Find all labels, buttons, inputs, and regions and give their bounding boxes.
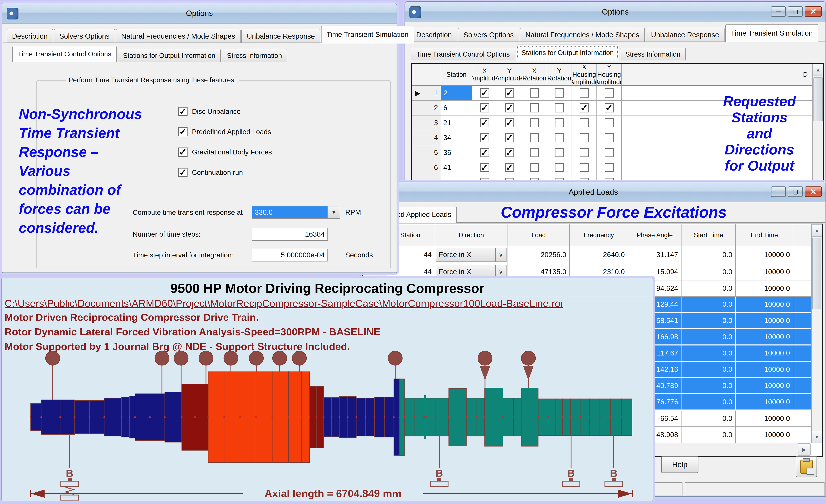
output-checkbox-cell[interactable]	[547, 101, 572, 116]
output-checkbox-cell[interactable]	[522, 130, 547, 145]
start-time-cell[interactable]: 0.0	[682, 345, 736, 362]
output-checkbox[interactable]	[555, 103, 564, 113]
output-checkbox[interactable]	[555, 148, 564, 157]
output-checkbox-cell[interactable]	[597, 130, 622, 145]
output-checkbox-cell[interactable]: ✓	[497, 86, 522, 101]
row-header[interactable]: 4	[412, 130, 441, 145]
tab-unbalance-response[interactable]: Unbalance Response	[646, 27, 724, 42]
output-checkbox[interactable]: ✓	[480, 88, 489, 98]
checkbox-gravitational-body-forces[interactable]: ✓	[178, 147, 187, 156]
start-time-cell[interactable]: 0.0	[682, 313, 736, 329]
output-checkbox[interactable]	[530, 163, 539, 172]
output-checkbox[interactable]: ✓	[505, 133, 514, 142]
output-checkbox-cell[interactable]: ✓	[497, 160, 522, 175]
output-checkbox[interactable]: ✓	[480, 103, 489, 113]
end-time-cell[interactable]: 10000.0	[736, 427, 793, 443]
output-checkbox[interactable]	[580, 118, 589, 127]
frequency-cell[interactable]: 2640.0	[570, 246, 628, 263]
end-time-cell[interactable]: 10000.0	[736, 362, 793, 378]
output-checkbox-cell[interactable]: ✓	[472, 116, 497, 130]
output-checkbox[interactable]	[555, 133, 564, 142]
row-header[interactable]: 2	[412, 101, 441, 116]
output-checkbox[interactable]	[530, 148, 539, 157]
minimize-button[interactable]: ─	[771, 6, 786, 17]
end-time-cell[interactable]: 10000.0	[736, 411, 793, 427]
output-checkbox[interactable]	[555, 88, 564, 98]
direction-dropdown[interactable]: Force in X∨	[436, 248, 507, 262]
subtab-stress-information[interactable]: Stress Information	[222, 49, 288, 62]
output-checkbox[interactable]	[580, 88, 589, 98]
checkbox-disc-unbalance[interactable]: ✓	[178, 107, 187, 116]
station-cell[interactable]: 36	[441, 145, 472, 160]
output-checkbox-cell[interactable]: ✓	[497, 130, 522, 145]
output-checkbox-cell[interactable]	[572, 86, 597, 101]
output-checkbox-cell[interactable]: ✓	[472, 160, 497, 175]
output-checkbox[interactable]	[605, 118, 614, 127]
output-checkbox-cell[interactable]: ✓	[597, 101, 622, 116]
output-checkbox[interactable]	[530, 118, 539, 127]
output-checkbox-cell[interactable]: ✓	[572, 101, 597, 116]
start-time-cell[interactable]: 0.0	[682, 263, 736, 280]
output-checkbox[interactable]: ✓	[505, 163, 514, 172]
output-checkbox[interactable]	[530, 133, 539, 142]
row-header[interactable]: 5	[412, 145, 441, 160]
tab-time-transient-simulation[interactable]: Time Transient Simulation	[725, 24, 818, 42]
output-checkbox-cell[interactable]	[522, 101, 547, 116]
output-checkbox[interactable]: ✓	[605, 103, 614, 113]
output-checkbox-cell[interactable]	[522, 116, 547, 130]
end-time-cell[interactable]: 10000.0	[736, 280, 793, 297]
tab-natural-frequencies-mode-shapes[interactable]: Natural Frequencies / Mode Shapes	[116, 29, 241, 43]
clipboard-icon-button[interactable]	[796, 456, 817, 477]
subtab-time-transient-control-options[interactable]: Time Transient Control Options	[411, 48, 515, 60]
titlebar[interactable]: Applied Loads ─ ▢ ✕	[361, 182, 825, 202]
output-checkbox[interactable]: ✓	[580, 103, 589, 113]
end-time-cell[interactable]: 10000.0	[736, 313, 793, 329]
tab-natural-frequencies-mode-shapes[interactable]: Natural Frequencies / Mode Shapes	[520, 27, 645, 42]
combo-dropdown-button[interactable]: ▼	[328, 206, 340, 219]
tab-solvers-options[interactable]: Solvers Options	[458, 27, 519, 42]
station-cell[interactable]: 6	[441, 101, 472, 116]
output-checkbox[interactable]: ✓	[480, 118, 489, 127]
output-checkbox[interactable]: ✓	[480, 163, 489, 172]
minimize-button[interactable]: ─	[771, 186, 786, 197]
end-time-cell[interactable]: 10000.0	[736, 394, 793, 411]
output-checkbox-cell[interactable]	[522, 145, 547, 160]
titlebar[interactable]: Options ─ ▢ ✕	[405, 2, 825, 22]
subtab-time-transient-control-options[interactable]: Time Transient Control Options	[12, 46, 117, 62]
output-checkbox[interactable]	[605, 163, 614, 172]
output-checkbox[interactable]	[580, 163, 589, 172]
direction-cell[interactable]: Force in X∨	[435, 246, 508, 263]
scroll-right-icon[interactable]: ▶	[798, 443, 811, 455]
output-checkbox-cell[interactable]	[597, 86, 622, 101]
close-button[interactable]: ✕	[805, 6, 822, 17]
output-checkbox[interactable]	[605, 148, 614, 157]
output-checkbox[interactable]	[555, 118, 564, 127]
tab-time-transient-simulation[interactable]: Time Transient Simulation	[321, 25, 414, 44]
dropdown-arrow-icon[interactable]: ∨	[495, 248, 506, 261]
scroll-up-icon[interactable]: ▲	[812, 225, 822, 237]
station-cell[interactable]: 21	[441, 116, 472, 130]
start-time-cell[interactable]: 0.0	[682, 362, 736, 378]
output-checkbox[interactable]	[580, 148, 589, 157]
start-time-cell[interactable]: 0.0	[682, 394, 736, 411]
scroll-up-icon[interactable]: ▲	[813, 64, 823, 76]
start-time-cell[interactable]: 0.0	[682, 280, 736, 297]
start-time-cell[interactable]: 0.0	[682, 297, 736, 313]
station-cell[interactable]: 41	[441, 160, 472, 175]
output-checkbox[interactable]: ✓	[480, 148, 489, 157]
row-header[interactable]: ▶1	[412, 86, 441, 101]
output-checkbox-cell[interactable]	[597, 116, 622, 130]
output-checkbox-cell[interactable]	[547, 86, 572, 101]
output-checkbox-cell[interactable]	[572, 116, 597, 130]
output-checkbox[interactable]	[530, 103, 539, 113]
output-checkbox-cell[interactable]: ✓	[472, 130, 497, 145]
help-button[interactable]: Help	[661, 456, 698, 473]
start-time-cell[interactable]: 0.0	[682, 427, 736, 443]
end-time-cell[interactable]: 10000.0	[736, 378, 793, 394]
tab-description[interactable]: Description	[7, 29, 53, 43]
output-checkbox[interactable]	[530, 88, 539, 98]
end-time-cell[interactable]: 10000.0	[736, 263, 793, 280]
output-checkbox-cell[interactable]	[572, 130, 597, 145]
output-checkbox-cell[interactable]	[547, 130, 572, 145]
titlebar[interactable]: Options	[2, 3, 397, 23]
